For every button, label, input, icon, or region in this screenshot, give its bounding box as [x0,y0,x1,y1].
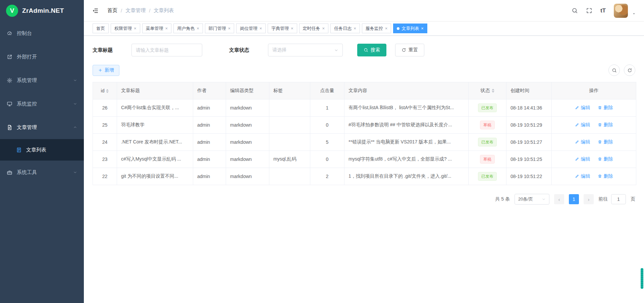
app-logo[interactable]: V ZrAdmin.NET [0,0,84,21]
chevron-down-icon [334,48,338,52]
delete-button[interactable]: 删除 [598,173,613,179]
column-label: 文章标题 [121,88,140,93]
tab-label: 首页 [96,26,105,32]
cell-editor: markdown [226,151,269,168]
prev-page-button[interactable]: ‹ [554,194,564,204]
tab-label: 权限管理 [114,26,132,32]
tab-字典管理[interactable]: 字典管理× [268,24,297,33]
close-tab-icon[interactable]: × [354,26,356,31]
document-icon [7,125,12,130]
close-tab-icon[interactable]: × [165,26,168,31]
scrollbar-thumb[interactable] [641,268,643,289]
edit-icon [575,123,579,127]
edit-button[interactable]: 编辑 [575,139,590,145]
chevron-down-icon [73,78,77,82]
delete-button-label: 删除 [604,173,613,179]
edit-button-label: 编辑 [581,139,590,145]
sidebar-item[interactable]: 外部打开 [0,45,84,69]
status-badge: 草稿 [480,121,495,129]
cell-tags [269,117,310,134]
add-button[interactable]: 新增 [93,65,119,76]
cell-actions: 编辑删除 [552,168,636,185]
column-header-id[interactable]: id [93,82,117,99]
breadcrumb-item[interactable]: 首页 [107,7,117,14]
cell-status: 已发布 [469,99,506,117]
breadcrumb-separator: / [121,8,122,13]
close-tab-icon[interactable]: × [291,26,293,31]
close-tab-icon[interactable]: × [228,26,231,31]
sidebar-item[interactable]: 系统监控 [0,92,84,116]
page-1-button[interactable]: 1 [569,194,579,204]
column-header-editor: 编辑器类型 [226,82,269,99]
close-tab-icon[interactable]: × [385,26,388,31]
cell-editor: markdown [226,168,269,185]
sidebar-item[interactable]: 系统工具 [0,161,84,184]
close-tab-icon[interactable]: × [421,26,424,31]
delete-button[interactable]: 删除 [598,105,613,111]
cell-tags [269,99,310,117]
close-tab-icon[interactable]: × [259,26,262,31]
close-tab-icon[interactable]: × [197,26,199,31]
edit-button-label: 编辑 [581,122,590,128]
tab-岗位管理[interactable]: 岗位管理× [236,24,266,33]
tab-任务日志[interactable]: 任务日志× [330,24,360,33]
next-page-button[interactable]: › [584,194,594,204]
tab-菜单管理[interactable]: 菜单管理× [142,24,172,33]
cell-created: 08-19 10:51:27 [506,134,552,151]
tab-label: 岗位管理 [240,26,257,32]
search-icon [364,48,368,52]
tab-用户角色[interactable]: 用户角色× [173,24,203,33]
goto-label: 前往 [598,196,608,202]
close-tab-icon[interactable]: × [322,26,325,31]
tab-定时任务[interactable]: 定时任务× [299,24,329,33]
cell-actions: 编辑删除 [552,117,636,134]
monitor-icon [7,101,12,107]
cell-content: #羽毛球拍参数说明 ## 中管软硬选择以及长度介... [344,117,469,134]
breadcrumb-item[interactable]: 文章管理 [125,7,146,14]
delete-button[interactable]: 删除 [598,156,613,162]
cell-status: 已发布 [469,168,506,185]
sidebar-item[interactable]: 控制台 [0,21,84,45]
goto-page-input[interactable] [611,194,626,204]
sidebar-item[interactable]: 文章管理 [0,116,84,139]
edit-button[interactable]: 编辑 [575,122,590,128]
column-label: 状态 [481,88,490,93]
tab-文章列表[interactable]: 文章列表× [393,24,427,33]
fullscreen-icon[interactable] [586,7,592,14]
refresh-table-button[interactable] [624,64,635,76]
toggle-search-button[interactable] [608,64,620,76]
status-badge: 已发布 [478,103,497,112]
sidebar-item-label: 系统管理 [17,77,37,84]
avatar[interactable] [614,4,628,18]
sidebar-subitem-label: 文章列表 [26,147,46,153]
font-size-icon[interactable]: tT [600,7,606,14]
collapse-sidebar-icon[interactable] [92,7,99,14]
search-button[interactable]: 搜索 [357,44,386,56]
sort-caret-icon[interactable] [106,89,109,93]
article-status-select[interactable]: 请选择 [268,44,343,56]
column-header-actions: 操作 [552,82,636,99]
sort-caret-icon[interactable] [492,89,494,93]
sidebar-item[interactable]: 系统管理 [0,69,84,92]
tab-部门管理[interactable]: 部门管理× [205,24,234,33]
edit-button[interactable]: 编辑 [575,156,590,162]
header-search-icon[interactable] [572,7,578,14]
tab-服务监控[interactable]: 服务监控× [362,24,391,33]
close-tab-icon[interactable]: × [134,26,137,31]
edit-button[interactable]: 编辑 [575,105,590,111]
edit-button[interactable]: 编辑 [575,173,590,179]
tab-首页[interactable]: 首页 [93,24,109,33]
column-label: 点击量 [320,88,334,93]
gear-icon [7,78,12,83]
delete-button[interactable]: 删除 [598,122,613,128]
chevron-down-icon[interactable] [632,12,636,18]
sidebar-subitem[interactable]: 文章列表 [0,139,84,161]
article-title-input[interactable] [131,44,202,56]
reset-button-label: 重置 [409,47,418,53]
page-size-select[interactable]: 20条/页 [515,194,549,205]
tab-权限管理[interactable]: 权限管理× [111,24,140,33]
delete-button-label: 删除 [604,105,613,111]
reset-button[interactable]: 重置 [395,44,424,56]
column-header-status[interactable]: 状态 [469,82,506,99]
delete-button[interactable]: 删除 [598,139,613,145]
